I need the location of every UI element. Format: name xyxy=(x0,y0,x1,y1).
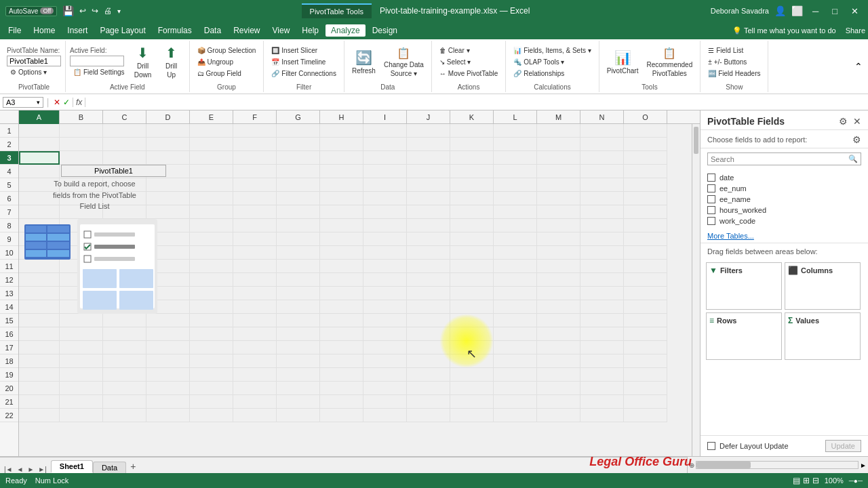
clear-button[interactable]: 🗑 Clear ▾ xyxy=(436,45,501,56)
cell-F4[interactable] xyxy=(233,165,277,178)
cell-B16[interactable] xyxy=(60,327,103,341)
cell-A20[interactable] xyxy=(19,382,60,395)
cell-E22[interactable] xyxy=(190,409,233,422)
cell-H5[interactable] xyxy=(320,178,363,192)
cell-F21[interactable] xyxy=(233,395,277,409)
autosave-toggle[interactable]: Off xyxy=(40,7,54,14)
cell-L12[interactable] xyxy=(494,273,537,287)
cell-A18[interactable] xyxy=(19,354,60,368)
cell-F12[interactable] xyxy=(233,273,277,287)
cell-M17[interactable] xyxy=(537,341,580,354)
cell-K15[interactable] xyxy=(450,314,494,327)
cell-G6[interactable] xyxy=(277,192,320,205)
cell-F13[interactable] xyxy=(233,287,277,300)
cell-L13[interactable] xyxy=(494,287,537,300)
cell-A6[interactable] xyxy=(19,192,60,205)
cell-M6[interactable] xyxy=(537,192,580,205)
cell-O16[interactable] xyxy=(624,327,667,341)
cell-I16[interactable] xyxy=(363,327,407,341)
redo-icon[interactable]: ↪ xyxy=(92,6,98,16)
cell-J6[interactable] xyxy=(407,192,450,205)
cell-L4[interactable] xyxy=(494,165,537,178)
h-scrollbar[interactable] xyxy=(696,461,859,469)
cell-O1[interactable] xyxy=(624,124,667,138)
cell-O8[interactable] xyxy=(624,219,667,232)
col-header-M[interactable]: M xyxy=(537,110,580,124)
cell-C22[interactable] xyxy=(103,409,146,422)
cell-J21[interactable] xyxy=(407,395,450,409)
col-header-F[interactable]: F xyxy=(233,110,277,124)
menu-page-layout[interactable]: Page Layout xyxy=(94,24,151,37)
cell-J9[interactable] xyxy=(407,232,450,246)
cell-H20[interactable] xyxy=(320,382,363,395)
cell-I20[interactable] xyxy=(363,382,407,395)
cell-L8[interactable] xyxy=(494,219,537,232)
cell-B9[interactable] xyxy=(60,232,103,246)
cell-H19[interactable] xyxy=(320,368,363,382)
cell-B3[interactable] xyxy=(60,151,103,165)
menu-formulas[interactable]: Formulas xyxy=(153,24,197,37)
olap-tools-button[interactable]: 🔩 OLAP Tools ▾ xyxy=(510,57,594,67)
cell-M1[interactable] xyxy=(537,124,580,138)
cell-N22[interactable] xyxy=(580,409,624,422)
col-header-D[interactable]: D xyxy=(146,110,190,124)
tell-me-box[interactable]: 💡 Tell me what you want to do xyxy=(732,26,836,35)
cell-A13[interactable] xyxy=(19,287,60,300)
col-header-E[interactable]: E xyxy=(190,110,233,124)
cell-H1[interactable] xyxy=(320,124,363,138)
field-headers-button[interactable]: 🔤 Field Headers xyxy=(705,68,764,79)
cell-F1[interactable] xyxy=(233,124,277,138)
panel-close-icon[interactable]: ✕ xyxy=(853,116,861,127)
cell-N1[interactable] xyxy=(580,124,624,138)
last-sheet-btn[interactable]: ►| xyxy=(37,466,48,473)
cell-K22[interactable] xyxy=(450,409,494,422)
cell-A7[interactable] xyxy=(19,205,60,219)
account-icon[interactable]: 👤 xyxy=(774,5,786,16)
cell-L14[interactable] xyxy=(494,300,537,314)
cell-D16[interactable] xyxy=(146,327,190,341)
cell-G10[interactable] xyxy=(277,246,320,260)
group-selection-button[interactable]: 📦 Group Selection xyxy=(194,45,260,56)
cell-E17[interactable] xyxy=(190,341,233,354)
cell-I2[interactable] xyxy=(363,138,407,151)
cell-O9[interactable] xyxy=(624,232,667,246)
cell-I11[interactable] xyxy=(363,260,407,273)
menu-analyze[interactable]: Analyze xyxy=(326,24,366,37)
restore-button[interactable]: □ xyxy=(828,6,842,16)
cell-I13[interactable] xyxy=(363,287,407,300)
cell-F5[interactable] xyxy=(233,178,277,192)
cell-M18[interactable] xyxy=(537,354,580,368)
cell-L11[interactable] xyxy=(494,260,537,273)
cell-L21[interactable] xyxy=(494,395,537,409)
normal-view-icon[interactable]: ▤ xyxy=(793,476,800,485)
cell-H22[interactable] xyxy=(320,409,363,422)
cell-H17[interactable] xyxy=(320,341,363,354)
cell-N11[interactable] xyxy=(580,260,624,273)
col-header-G[interactable]: G xyxy=(277,110,320,124)
cell-I7[interactable] xyxy=(363,205,407,219)
cell-F11[interactable] xyxy=(233,260,277,273)
next-sheet-btn[interactable]: ► xyxy=(26,466,35,473)
cell-C9[interactable] xyxy=(103,232,146,246)
cell-H9[interactable] xyxy=(320,232,363,246)
cell-A17[interactable] xyxy=(19,341,60,354)
cell-E16[interactable] xyxy=(190,327,233,341)
cell-H3[interactable] xyxy=(320,151,363,165)
cell-L2[interactable] xyxy=(494,138,537,151)
cell-N13[interactable] xyxy=(580,287,624,300)
h-scroll-right-icon[interactable]: ► xyxy=(860,462,867,469)
cell-E3[interactable] xyxy=(190,151,233,165)
cell-N16[interactable] xyxy=(580,327,624,341)
drop-zone-columns[interactable]: ⬛ Columns xyxy=(785,262,861,310)
collapse-ribbon-icon[interactable]: ⌃ xyxy=(854,61,863,72)
cell-O14[interactable] xyxy=(624,300,667,314)
panel-layout-icon[interactable]: ⚙ xyxy=(852,134,861,145)
cell-B18[interactable] xyxy=(60,354,103,368)
cell-D22[interactable] xyxy=(146,409,190,422)
cell-C1[interactable] xyxy=(103,124,146,138)
cell-C21[interactable] xyxy=(103,395,146,409)
cell-C16[interactable] xyxy=(103,327,146,341)
cell-F22[interactable] xyxy=(233,409,277,422)
cell-E7[interactable] xyxy=(190,205,233,219)
cell-K1[interactable] xyxy=(450,124,494,138)
